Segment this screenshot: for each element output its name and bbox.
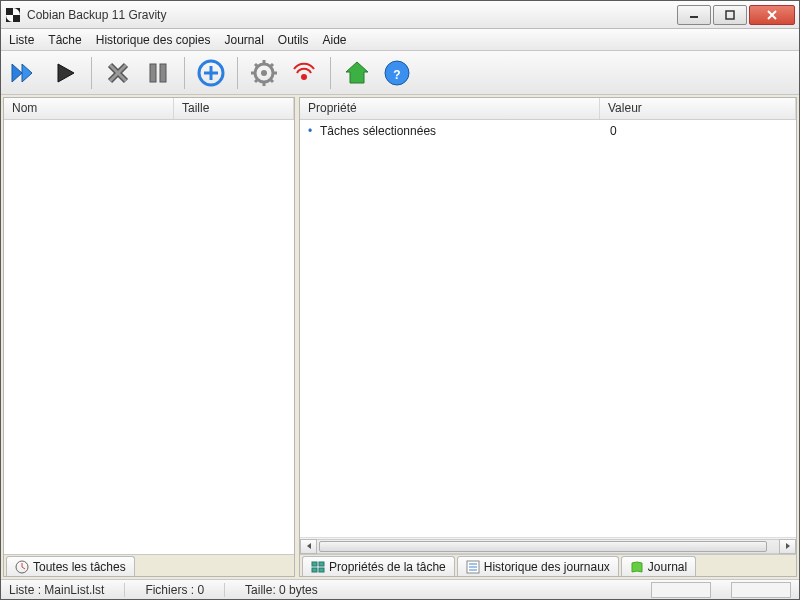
svg-marker-34 <box>307 543 311 549</box>
svg-rect-13 <box>160 64 166 82</box>
svg-rect-36 <box>312 562 317 566</box>
svg-line-24 <box>270 79 273 82</box>
remote-button[interactable] <box>286 55 322 91</box>
properties-icon <box>311 560 325 574</box>
tab-task-properties[interactable]: Propriétés de la tâche <box>302 556 455 576</box>
property-value: 0 <box>610 124 617 138</box>
menu-aide[interactable]: Aide <box>323 33 347 47</box>
toolbar: ? <box>1 51 799 95</box>
col-value[interactable]: Valeur <box>600 98 796 119</box>
svg-line-23 <box>255 64 258 67</box>
menu-outils[interactable]: Outils <box>278 33 309 47</box>
svg-marker-28 <box>346 62 368 83</box>
toolbar-separator <box>330 57 331 89</box>
properties-header: Propriété Valeur <box>300 98 796 120</box>
list-icon <box>466 560 480 574</box>
new-task-button[interactable] <box>193 55 229 91</box>
window-title: Cobian Backup 11 Gravity <box>27 8 675 22</box>
status-size: Taille: 0 bytes <box>245 583 338 597</box>
scroll-track[interactable] <box>317 539 779 554</box>
menu-journal[interactable]: Journal <box>224 33 263 47</box>
main-body: Nom Taille Toutes les tâches Propriété V… <box>1 95 799 579</box>
status-bar: Liste : MainList.lst Fichiers : 0 Taille… <box>1 579 799 599</box>
task-list-panel: Nom Taille Toutes les tâches <box>3 97 295 577</box>
status-files: Fichiers : 0 <box>145 583 225 597</box>
svg-marker-7 <box>58 64 74 82</box>
tab-label: Historique des journaux <box>484 560 610 574</box>
svg-marker-5 <box>12 64 22 82</box>
menu-historique[interactable]: Historique des copies <box>96 33 211 47</box>
svg-point-27 <box>301 74 307 80</box>
tab-log-history[interactable]: Historique des journaux <box>457 556 619 576</box>
left-tabs: Toutes les tâches <box>4 554 294 576</box>
svg-line-25 <box>270 64 273 67</box>
title-bar[interactable]: Cobian Backup 11 Gravity <box>1 1 799 29</box>
close-button[interactable] <box>749 5 795 25</box>
svg-marker-35 <box>786 543 790 549</box>
svg-rect-12 <box>150 64 156 82</box>
property-row: • Tâches sélectionnées 0 <box>300 120 796 142</box>
run-selected-button[interactable] <box>47 55 83 91</box>
tab-all-tasks[interactable]: Toutes les tâches <box>6 556 135 576</box>
options-button[interactable] <box>246 55 282 91</box>
property-label: Tâches sélectionnées <box>320 124 610 138</box>
toolbar-separator <box>237 57 238 89</box>
properties-content[interactable]: • Tâches sélectionnées 0 <box>300 120 796 537</box>
svg-marker-6 <box>22 64 32 82</box>
svg-rect-39 <box>319 568 324 572</box>
tab-label: Journal <box>648 560 687 574</box>
tab-label: Propriétés de la tâche <box>329 560 446 574</box>
window-buttons <box>675 5 795 25</box>
menu-bar: Liste Tâche Historique des copies Journa… <box>1 29 799 51</box>
toolbar-separator <box>91 57 92 89</box>
menu-tache[interactable]: Tâche <box>48 33 81 47</box>
book-icon <box>630 560 644 574</box>
app-window: Cobian Backup 11 Gravity Liste Tâche His… <box>0 0 800 600</box>
task-list-content[interactable] <box>4 120 294 554</box>
tab-label: Toutes les tâches <box>33 560 126 574</box>
tab-journal[interactable]: Journal <box>621 556 696 576</box>
col-name[interactable]: Nom <box>4 98 174 119</box>
run-all-button[interactable] <box>7 55 43 91</box>
horizontal-scrollbar[interactable] <box>300 537 796 554</box>
pause-button[interactable] <box>140 55 176 91</box>
toolbar-separator <box>184 57 185 89</box>
svg-rect-38 <box>312 568 317 572</box>
svg-rect-2 <box>726 11 734 19</box>
scroll-right-arrow[interactable] <box>779 539 796 554</box>
right-tabs: Propriétés de la tâche Historique des jo… <box>300 554 796 576</box>
maximize-button[interactable] <box>713 5 747 25</box>
task-list-header: Nom Taille <box>4 98 294 120</box>
bullet-icon: • <box>308 124 320 138</box>
home-button[interactable] <box>339 55 375 91</box>
svg-point-18 <box>261 70 267 76</box>
properties-panel: Propriété Valeur • Tâches sélectionnées … <box>299 97 797 577</box>
status-box <box>731 582 791 598</box>
status-box <box>651 582 711 598</box>
svg-line-33 <box>22 567 25 569</box>
col-property[interactable]: Propriété <box>300 98 600 119</box>
menu-liste[interactable]: Liste <box>9 33 34 47</box>
abort-button[interactable] <box>100 55 136 91</box>
status-list: Liste : MainList.lst <box>9 583 125 597</box>
svg-rect-37 <box>319 562 324 566</box>
help-button[interactable]: ? <box>379 55 415 91</box>
clock-icon <box>15 560 29 574</box>
scroll-left-arrow[interactable] <box>300 539 317 554</box>
minimize-button[interactable] <box>677 5 711 25</box>
col-size[interactable]: Taille <box>174 98 294 119</box>
svg-line-26 <box>255 79 258 82</box>
svg-text:?: ? <box>393 68 400 82</box>
scroll-thumb[interactable] <box>319 541 767 552</box>
app-icon <box>5 7 21 23</box>
